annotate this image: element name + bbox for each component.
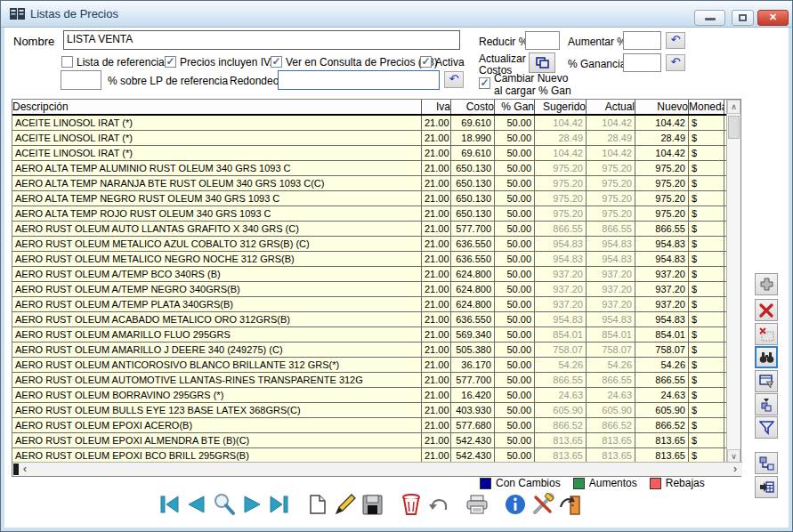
search-record-button[interactable]: [212, 493, 236, 517]
table-row[interactable]: AERO ALTA TEMP NARANJA BTE RUST OLEUM 34…: [12, 176, 740, 191]
lista-referencia-checkbox[interactable]: ✓: [61, 56, 73, 68]
redondeo-input[interactable]: [278, 70, 440, 90]
print-button[interactable]: [465, 493, 489, 517]
previous-record-icon: [185, 494, 208, 515]
nombre-input[interactable]: LISTA VENTA: [63, 30, 460, 50]
cell-actual: 24.63: [587, 388, 635, 402]
cell-descripcion: AERO ALTA TEMP ROJO RUST OLEUM 340 GRS 1…: [12, 206, 422, 221]
column-header-descripcion[interactable]: Descripción: [12, 100, 422, 114]
cell-nuevo: 54.26: [635, 358, 689, 372]
table-row[interactable]: AERO RUST OLEUM EPOXI ALMENDRA BTE (B)(C…: [12, 433, 740, 448]
cell-costo: 624.800: [451, 297, 495, 311]
column-header-moneda[interactable]: Moneda: [689, 100, 724, 114]
column-header-costo[interactable]: Costo: [451, 100, 495, 114]
filter-form-button[interactable]: [755, 370, 778, 392]
previous-record-button[interactable]: [184, 493, 208, 517]
column-header-gan[interactable]: % Gan: [495, 100, 535, 114]
last-record-button[interactable]: [267, 493, 291, 517]
tools-button[interactable]: [530, 493, 554, 517]
column-header-iva[interactable]: Iva: [422, 100, 451, 114]
cell-sugerido: 854.01: [535, 327, 587, 342]
add-row-button[interactable]: [755, 273, 778, 295]
table-header[interactable]: DescripciónIvaCosto% GanSugeridoActualNu…: [12, 100, 740, 116]
table-row[interactable]: AERO RUST OLEUM AUTO LLANTAS GRAFITO X 3…: [12, 222, 740, 237]
cell-iva: 21.00: [422, 206, 451, 221]
horizontal-scroll-thumb[interactable]: [13, 463, 19, 475]
table-row[interactable]: AERO RUST OLEUM ANTICOROSIVO BLANCO BRIL…: [12, 358, 740, 373]
cell-nuevo: 104.42: [635, 116, 689, 130]
table-row[interactable]: AERO RUST OLEUM ACABADO METALICO ORO 312…: [12, 312, 740, 327]
scroll-up-icon[interactable]: ∧: [727, 100, 740, 114]
table-row[interactable]: AERO RUST OLEUM A/TEMP PLATA 340GRS(B)21…: [12, 297, 740, 312]
table-row[interactable]: AERO RUST OLEUM METALICO AZUL COBALTO 31…: [12, 237, 740, 252]
cell-sugerido: 605.90: [535, 403, 587, 417]
sobre-lp-input[interactable]: [61, 70, 101, 90]
table-row[interactable]: ACEITE LINOSOL IRAT (*)21.0069.61050.001…: [12, 146, 740, 161]
redondeo-label: Redondeo: [230, 75, 279, 87]
table-row[interactable]: AERO RUST OLEUM BORRAVINO 295GRS (*)21.0…: [12, 388, 740, 403]
column-header-nuevo[interactable]: Nuevo: [635, 100, 689, 114]
table-row[interactable]: AERO RUST OLEUM AMARILLO FLUO 295GRS21.0…: [12, 327, 740, 343]
column-header-sugerido[interactable]: Sugerido: [535, 100, 587, 114]
price-list-app-icon: [10, 7, 25, 20]
maximize-button[interactable]: [732, 10, 754, 26]
undo-ganancia-button[interactable]: ↶: [666, 54, 685, 71]
scroll-right-icon[interactable]: ›: [733, 463, 737, 475]
title-bar[interactable]: Listas de Precios ✕: [1, 1, 792, 28]
undo-aumentar-button[interactable]: ↶: [666, 32, 685, 49]
table-row[interactable]: AERO RUST OLEUM AUTOMOTIVE LLANTAS-RINES…: [12, 373, 740, 388]
reducir-input[interactable]: [525, 31, 560, 50]
actualizar-costos-button[interactable]: [529, 52, 555, 73]
table-row[interactable]: AERO ALTA TEMP NEGRO RUST OLEUM 340 GRS …: [12, 191, 740, 206]
minimize-button[interactable]: [694, 10, 725, 26]
first-record-button[interactable]: [157, 493, 181, 517]
clear-grid-button[interactable]: [755, 323, 778, 345]
vertical-scrollbar[interactable]: ∧ ∨: [726, 100, 740, 463]
cell-nuevo: 975.20: [635, 206, 689, 221]
table-row[interactable]: AERO RUST OLEUM METALICO NEGRO NOCHE 312…: [12, 252, 740, 267]
cell-sugerido: 954.83: [535, 312, 587, 326]
table-row[interactable]: AERO RUST OLEUM EPOXI ACERO(B)21.00577.6…: [12, 418, 740, 433]
horizontal-scrollbar[interactable]: ‹ ›: [12, 462, 742, 476]
edit-record-button[interactable]: [333, 493, 357, 517]
cell-sugerido: 954.83: [535, 252, 587, 266]
table-row[interactable]: ACEITE LINOSOL IRAT (*)21.0018.99050.002…: [12, 131, 740, 146]
exit-button[interactable]: [558, 493, 582, 517]
undo-changes-button[interactable]: [426, 493, 450, 517]
aumentar-input[interactable]: [623, 31, 661, 50]
vertical-scroll-thumb[interactable]: [728, 116, 740, 139]
close-button[interactable]: ✕: [757, 10, 789, 26]
info-button[interactable]: [503, 493, 527, 517]
find-button[interactable]: [755, 346, 778, 368]
delete-row-button[interactable]: [755, 299, 778, 321]
new-record-button[interactable]: [305, 493, 329, 517]
ganancia-input[interactable]: [623, 53, 661, 72]
goto-table-button[interactable]: [755, 476, 778, 498]
column-header-actual[interactable]: Actual: [587, 100, 635, 114]
duplicates-button[interactable]: [755, 393, 778, 415]
table-row[interactable]: AERO ALTA TEMP ROJO RUST OLEUM 340 GRS 1…: [12, 206, 740, 222]
cell-costo: 636.550: [451, 252, 495, 266]
link-records-button[interactable]: [755, 452, 778, 474]
delete-record-button[interactable]: [399, 493, 423, 517]
filter-button[interactable]: [755, 416, 778, 439]
next-record-button[interactable]: [239, 493, 263, 517]
cell-gan: 50.00: [495, 297, 535, 311]
cell-costo: 577.700: [451, 373, 495, 387]
table-row[interactable]: AERO ALTA TEMP ALUMINIO RUST OLEUM 340 G…: [12, 161, 740, 176]
cell-gan: 50.00: [495, 358, 535, 372]
ver-consulta-checkbox[interactable]: ✓: [271, 56, 282, 68]
save-record-button[interactable]: [360, 493, 384, 517]
scroll-left-icon[interactable]: ‹: [23, 463, 27, 475]
cambiar-nuevo-checkbox[interactable]: ✓: [479, 77, 490, 89]
precios-iva-checkbox[interactable]: ✓: [165, 56, 176, 68]
cell-costo: 16.420: [451, 388, 495, 402]
table-row[interactable]: AERO RUST OLEUM A/TEMP BCO 340RS (B)21.0…: [12, 267, 740, 282]
undo-redondeo-button[interactable]: ↶: [444, 71, 464, 88]
table-row[interactable]: AERO RUST OLEUM A/TEMP NEGRO 340GRS(B)21…: [12, 282, 740, 297]
table-row[interactable]: AERO RUST OLEUM BULLS EYE 123 BASE LATEX…: [12, 403, 740, 418]
table-row[interactable]: ACEITE LINOSOL IRAT (*)21.0069.61050.001…: [12, 116, 740, 131]
table-row[interactable]: AERO RUST OLEUM AMARILLO J DEERE 340 (24…: [12, 343, 740, 358]
activa-checkbox[interactable]: ✓: [420, 56, 432, 68]
cell-descripcion: AERO RUST OLEUM METALICO NEGRO NOCHE 312…: [12, 252, 422, 266]
